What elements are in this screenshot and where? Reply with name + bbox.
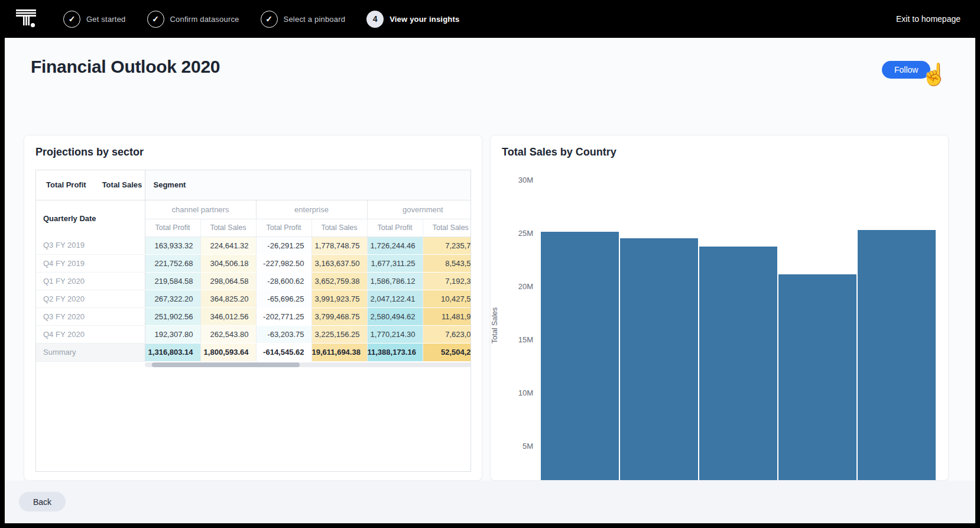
bar-total-sales[interactable] — [858, 230, 936, 481]
table-row: Q4 FY 2019221,752.68304,506.18-227,982.5… — [36, 254, 471, 272]
pivot-body: Q3 FY 2019163,933.32224,641.32-26,291.25… — [36, 237, 471, 361]
value-cell[interactable]: 7,623,0 — [423, 325, 471, 343]
value-cell[interactable]: 10,427,5 — [423, 290, 471, 307]
row-label[interactable]: Q3 FY 2019 — [36, 237, 145, 254]
value-cell[interactable]: 11,388,173.16 — [367, 343, 423, 361]
row-label[interactable]: Q4 FY 2020 — [36, 325, 145, 343]
value-cell[interactable]: 364,825.20 — [200, 290, 256, 307]
segment-group-header[interactable]: channel partners — [145, 200, 256, 219]
measure-column-header[interactable]: Total Profit — [367, 219, 423, 237]
measure-column-header[interactable]: Total Sales — [311, 219, 367, 237]
step-label: View your insights — [390, 15, 459, 24]
value-cell[interactable]: 2,580,494.62 — [367, 307, 423, 325]
value-cell[interactable]: 1,800,593.64 — [200, 343, 256, 361]
wizard-topbar: ✓Get started✓Confirm datasource✓Select a… — [0, 0, 980, 38]
value-cell[interactable]: 1,316,803.14 — [145, 343, 200, 361]
measure-column-header[interactable]: Total Sales — [423, 219, 471, 237]
value-cell[interactable]: 298,064.58 — [200, 272, 256, 290]
value-cell[interactable]: 3,225,156.25 — [311, 325, 367, 343]
value-cell[interactable]: 7,192,3 — [423, 272, 471, 290]
value-cell[interactable]: 2,047,122.41 — [367, 290, 423, 307]
value-cell[interactable]: 8,543,5 — [423, 254, 471, 272]
measure-column-header[interactable]: Total Profit — [145, 219, 200, 237]
check-icon: ✓ — [63, 11, 80, 28]
bar-total-sales[interactable] — [620, 238, 698, 481]
measure-total-sales: Total Sales — [102, 180, 142, 189]
row-label[interactable]: Summary — [36, 343, 145, 361]
projections-title: Projections by sector — [35, 146, 144, 158]
value-cell[interactable]: 304,506.18 — [200, 254, 256, 272]
value-cell[interactable]: -65,696.25 — [256, 290, 311, 307]
summary-row: Summary1,316,803.141,800,593.64-614,545.… — [36, 343, 471, 361]
y-axis-tick: 30M — [499, 176, 533, 184]
value-cell[interactable]: 251,902.56 — [145, 307, 200, 325]
row-label[interactable]: Q1 FY 2020 — [36, 272, 145, 290]
value-cell[interactable]: 267,322.20 — [145, 290, 200, 307]
stepper: ✓Get started✓Confirm datasource✓Select a… — [63, 0, 459, 38]
value-cell[interactable]: 163,933.32 — [145, 237, 200, 254]
follow-button[interactable]: Follow — [882, 61, 930, 79]
row-label[interactable]: Q4 FY 2019 — [36, 254, 145, 272]
corner-measures-cell[interactable]: Total Profit Total Sales — [36, 170, 145, 200]
value-cell[interactable]: 1,726,244.46 — [367, 237, 423, 254]
bar-total-sales[interactable] — [699, 247, 777, 481]
value-cell[interactable]: 1,770,214.30 — [367, 325, 423, 343]
value-cell[interactable]: 3,163,637.50 — [311, 254, 367, 272]
projections-table-container: Total Profit Total Sales Segment Quarter… — [35, 170, 471, 472]
value-cell[interactable]: -614,545.62 — [256, 343, 311, 361]
value-cell[interactable]: -26,291.25 — [256, 237, 311, 254]
value-cell[interactable]: 1,778,748.75 — [311, 237, 367, 254]
step-item-4[interactable]: 4View your insights — [366, 11, 459, 28]
value-cell[interactable]: 3,652,759.38 — [311, 272, 367, 290]
back-button[interactable]: Back — [19, 492, 66, 511]
exit-to-homepage-link[interactable]: Exit to homepage — [896, 0, 960, 38]
value-cell[interactable]: 346,012.56 — [200, 307, 256, 325]
value-cell[interactable]: 19,611,694.38 — [311, 343, 367, 361]
value-cell[interactable]: 192,307.80 — [145, 325, 200, 343]
segment-group-header[interactable]: government — [367, 200, 471, 219]
value-cell[interactable]: 3,799,468.75 — [311, 307, 367, 325]
value-cell[interactable]: 1,586,786.12 — [367, 272, 423, 290]
value-cell[interactable]: -227,982.50 — [256, 254, 311, 272]
value-cell[interactable]: 7,235,7 — [423, 237, 471, 254]
y-axis-label: Total Sales — [491, 307, 499, 344]
table-row: Q3 FY 2019163,933.32224,641.32-26,291.25… — [36, 237, 471, 254]
table-row: Q4 FY 2020192,307.80262,543.80-63,203.75… — [36, 325, 471, 343]
row-dimension-header[interactable]: Quarterly Date — [36, 200, 145, 237]
y-axis-tick: 5M — [499, 442, 533, 451]
value-cell[interactable]: 1,677,311.25 — [367, 254, 423, 272]
value-cell[interactable]: 52,504,2 — [423, 343, 471, 361]
segment-group-header[interactable]: enterprise — [256, 200, 367, 219]
check-icon: ✓ — [261, 11, 278, 28]
main-surface: Financial Outlook 2020 Follow ☝ Projecti… — [5, 38, 975, 523]
projections-pivot-table: Total Profit Total Sales Segment Quarter… — [36, 170, 471, 362]
step-number: 4 — [366, 11, 384, 28]
value-cell[interactable]: 3,991,923.75 — [311, 290, 367, 307]
measure-column-header[interactable]: Total Profit — [256, 219, 311, 237]
segment-group-row: Quarterly Datechannel partnersenterprise… — [36, 200, 471, 219]
step-item-2[interactable]: ✓Confirm datasource — [147, 11, 239, 28]
measure-column-header[interactable]: Total Sales — [200, 219, 256, 237]
step-item-1[interactable]: ✓Get started — [63, 11, 126, 28]
value-cell[interactable]: -202,771.25 — [256, 307, 311, 325]
row-label[interactable]: Q2 FY 2020 — [36, 290, 145, 307]
table-row: Q1 FY 2020219,584.58298,064.58-28,600.62… — [36, 272, 471, 290]
value-cell[interactable]: 219,584.58 — [145, 272, 200, 290]
step-item-3[interactable]: ✓Select a pinboard — [261, 11, 346, 28]
value-cell[interactable]: 221,752.68 — [145, 254, 200, 272]
bar-total-sales[interactable] — [778, 274, 856, 481]
value-cell[interactable]: 262,543.80 — [200, 325, 256, 343]
step-label: Select a pinboard — [284, 15, 346, 24]
value-cell[interactable]: -28,600.62 — [256, 272, 311, 290]
value-cell[interactable]: 224,641.32 — [200, 237, 256, 254]
row-label[interactable]: Q3 FY 2020 — [36, 307, 145, 325]
horizontal-scrollbar-thumb[interactable] — [152, 362, 300, 367]
thoughtspot-logo — [16, 9, 36, 28]
bar-total-sales[interactable] — [541, 232, 619, 481]
horizontal-scrollbar-track[interactable] — [145, 362, 471, 367]
chart-plot-area — [541, 135, 937, 481]
y-axis-tick: 15M — [499, 335, 533, 344]
value-cell[interactable]: -63,203.75 — [256, 325, 311, 343]
column-dimension-header[interactable]: Segment — [145, 170, 471, 200]
value-cell[interactable]: 11,481,9 — [423, 307, 471, 325]
